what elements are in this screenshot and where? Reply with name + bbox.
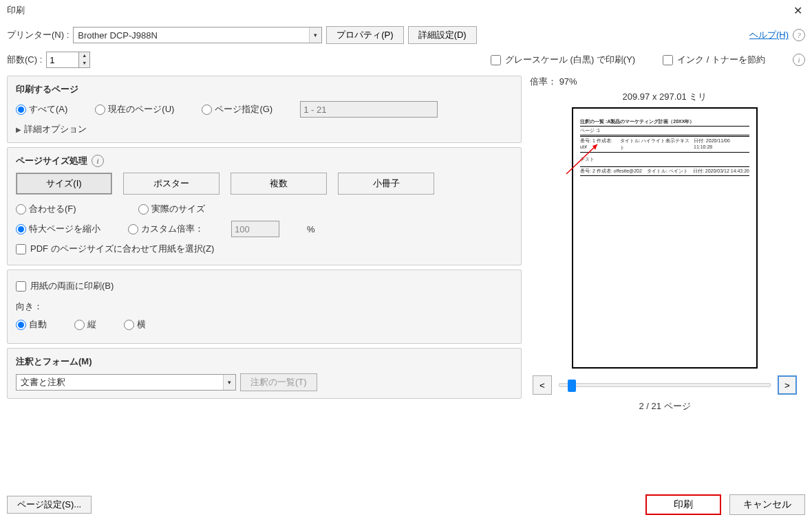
preview-meta2-left: 番号: 2 作成者: offesite@202	[580, 168, 642, 175]
preview-slider[interactable]	[559, 383, 771, 387]
grayscale-checkbox[interactable]	[491, 55, 501, 65]
pages-current-radio[interactable]	[95, 105, 105, 115]
toner-info-icon[interactable]: i	[793, 54, 805, 66]
custom-scale-input[interactable]	[231, 221, 279, 237]
savetoner-label: インク / トナーを節約	[677, 54, 765, 66]
duplex-label: 用紙の両面に印刷(B)	[30, 280, 114, 292]
choose-paper-checkbox[interactable]	[16, 244, 26, 254]
orientation-portrait-label: 縦	[87, 318, 96, 331]
actual-label: 実際のサイズ	[151, 203, 205, 215]
preview-meta1-right: 日付: 2020/11/06 11:10:28	[694, 138, 749, 151]
preview-meta1-left: 番号: 1 作成者: ubf	[580, 138, 620, 151]
preview-meta2-mid: タイトル: ペイント	[647, 168, 688, 175]
pages-section-title: 印刷するページ	[16, 83, 513, 96]
window-title: 印刷	[7, 4, 25, 17]
copies-input[interactable]	[47, 52, 78, 67]
custom-radio[interactable]	[128, 224, 138, 234]
comments-value: 文書と注釈	[17, 376, 223, 388]
pages-range-input[interactable]	[300, 101, 438, 118]
custom-label: カスタム倍率：	[141, 223, 204, 235]
grayscale-label: グレースケール (白黒) で印刷(Y)	[505, 54, 635, 66]
copies-label: 部数(C) :	[7, 54, 42, 66]
printer-value: Brother DCP-J988N	[74, 30, 309, 41]
preview-next-button[interactable]: >	[778, 375, 797, 395]
comments-select[interactable]: 文書と注釈 ▾	[16, 374, 236, 391]
orientation-auto-label: 自動	[29, 318, 47, 331]
pages-range-radio[interactable]	[202, 105, 212, 115]
sizing-info-icon[interactable]: i	[92, 155, 104, 167]
more-options-label: 詳細オプション	[24, 124, 87, 134]
cancel-button[interactable]: キャンセル	[729, 494, 805, 515]
orientation-auto-radio[interactable]	[16, 320, 26, 330]
fit-radio[interactable]	[16, 204, 26, 215]
preview-meta1-mid: タイトル: ハイライト表示テキスト	[620, 138, 694, 151]
tab-multiple[interactable]: 複数	[231, 173, 327, 195]
pages-range-label: ページ指定(G)	[215, 103, 273, 116]
fit-label: 合わせる(F)	[29, 203, 76, 215]
percent-label: %	[307, 224, 315, 234]
help-info-icon[interactable]: ?	[793, 29, 805, 41]
printer-label: プリンター(N) :	[7, 29, 69, 41]
pages-all-label: すべて(A)	[29, 103, 67, 116]
pages-all-radio[interactable]	[16, 105, 26, 115]
orientation-portrait-radio[interactable]	[74, 320, 85, 330]
sizing-panel: ページサイズ処理 i サイズ(I) ポスター 複数 小冊子 合わせる(F) 実際…	[7, 147, 522, 265]
spinner-down-icon[interactable]: ▼	[79, 60, 89, 67]
slider-thumb-icon[interactable]	[568, 380, 576, 392]
scale-value: 97%	[559, 76, 577, 87]
orientation-label: 向き：	[16, 300, 513, 313]
close-icon[interactable]: ✕	[791, 4, 805, 17]
spinner-up-icon[interactable]: ▲	[79, 52, 89, 60]
duplex-panel: 用紙の両面に印刷(B) 向き： 自動 縦 横	[7, 270, 522, 344]
preview-page-line: ページ :1	[580, 127, 749, 134]
print-button[interactable]: 印刷	[645, 494, 721, 515]
advanced-button[interactable]: 詳細設定(D)	[408, 26, 477, 44]
chevron-down-icon[interactable]: ▾	[309, 28, 321, 43]
tab-poster[interactable]: ポスター	[123, 173, 220, 195]
help-link[interactable]: ヘルプ(H)	[749, 29, 789, 41]
preview-dimensions: 209.97 x 297.01 ミリ	[530, 91, 800, 103]
shrink-label: 特大ページを縮小	[29, 223, 100, 235]
sizing-section-title: ページサイズ処理	[16, 155, 87, 167]
shrink-radio[interactable]	[16, 224, 26, 234]
comments-section-title: 注釈とフォーム(M)	[16, 355, 513, 368]
orientation-landscape-radio[interactable]	[124, 320, 134, 330]
preview-page: 注釈の一覧 :A製品のマーケティング計画（20XX年） ページ :1 番号: 1…	[572, 107, 758, 369]
comments-panel: 注釈とフォーム(M) 文書と注釈 ▾ 注釈の一覧(T)	[7, 348, 522, 399]
pages-panel: 印刷するページ すべて(A) 現在のページ(U) ページ指定(G)	[7, 76, 522, 143]
tab-size[interactable]: サイズ(I)	[16, 173, 112, 195]
tab-booklet[interactable]: 小冊子	[338, 173, 434, 195]
printer-select[interactable]: Brother DCP-J988N ▾	[73, 27, 322, 43]
more-options-toggle[interactable]: 詳細オプション	[16, 123, 513, 135]
page-setup-button[interactable]: ページ設定(S)...	[7, 496, 92, 514]
preview-meta2-right: 日付: 2020/03/12 14:43:26	[693, 168, 749, 175]
chevron-down-icon[interactable]: ▾	[223, 375, 235, 390]
pages-current-label: 現在のページ(U)	[108, 103, 174, 116]
actual-radio[interactable]	[138, 204, 149, 215]
choose-paper-label: PDF のページサイズに合わせて用紙を選択(Z)	[30, 243, 214, 255]
preview-body: テスト	[580, 153, 749, 166]
summarize-comments-button[interactable]: 注釈の一覧(T)	[240, 373, 317, 391]
preview-doc-title: 注釈の一覧 :A製品のマーケティング計画（20XX年）	[580, 118, 749, 125]
scale-label: 倍率：	[530, 76, 557, 87]
savetoner-checkbox[interactable]	[663, 55, 673, 65]
properties-button[interactable]: プロパティ(P)	[326, 26, 403, 44]
preview-prev-button[interactable]: <	[533, 375, 552, 395]
copies-spinner[interactable]: ▲▼	[46, 52, 90, 68]
duplex-checkbox[interactable]	[16, 281, 26, 292]
orientation-landscape-label: 横	[137, 318, 146, 331]
preview-page-counter: 2 / 21 ページ	[530, 400, 800, 413]
